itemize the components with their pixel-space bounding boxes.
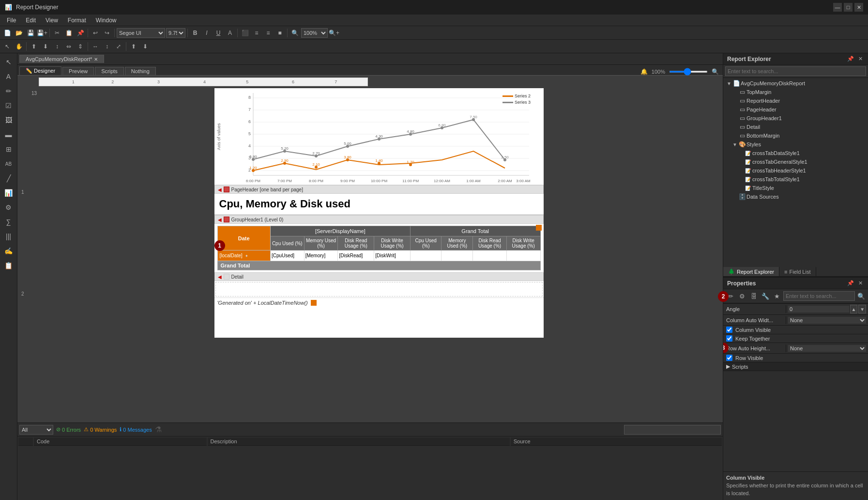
tree-item-styles[interactable]: ▼ 🎨 Styles [730,140,867,149]
designer-tab[interactable]: ✏️ Designer [19,66,61,75]
props-gear-btn[interactable]: ⚙ [737,291,747,301]
font-select[interactable]: Segoe UI [117,28,165,38]
minimize-btn[interactable]: — [833,3,842,12]
font-size-select[interactable]: 9.75 [166,28,185,38]
align-left-btn[interactable]: ⬛ [240,28,250,38]
canvas-scroll[interactable]: 1 2 3 4 5 6 7 [17,76,723,422]
tree-root[interactable]: ▼ 📄 AvgCpuMemoryDiskReport [724,79,867,88]
chart-tool[interactable]: 📊 [2,186,15,200]
save-all-btn[interactable]: 💾+ [37,28,47,38]
field-list-tab[interactable]: ≡ Field List [779,267,816,276]
props-close-btn[interactable]: ✕ [856,280,864,287]
label-tool[interactable]: A [2,70,15,83]
tree-item-datasources[interactable]: 🗄️ Data Sources [730,192,867,201]
nothing-tab[interactable]: Nothing [125,67,156,75]
tree-item-detail[interactable]: ▭ Detail [730,123,867,131]
props-select-rowauto[interactable]: None [788,345,866,352]
line-tool[interactable]: ╱ [2,172,15,185]
sign-tool[interactable]: ✍ [2,244,15,258]
props-select-colwidth[interactable]: None [788,317,866,324]
zip-tool[interactable]: 📋 [2,259,15,272]
color-btn[interactable]: A [225,28,235,38]
hand-btn[interactable]: ✋ [14,41,24,52]
close-btn[interactable]: ✕ [854,3,863,12]
size-w-btn[interactable]: ↔ [90,41,101,52]
props-angle-up[interactable]: ▲ [850,305,858,313]
undo-btn[interactable]: ↩ [90,28,101,38]
zoom-select[interactable]: 100% [301,28,328,38]
size-h-btn[interactable]: ↕ [102,41,112,52]
tree-item-titlestyle[interactable]: 📝 TitleStyle [736,184,867,192]
props-section-scripts[interactable]: ▶ Scripts [723,362,868,371]
menu-view[interactable]: View [41,16,63,25]
explorer-search-input[interactable] [725,66,866,76]
zoom-out-btn[interactable]: 🔍 [289,28,300,38]
align-right-btn[interactable]: ≡ [263,28,274,38]
align-mid-btn[interactable]: ↕ [52,41,62,52]
report-explorer-tab[interactable]: 🌲 Report Explorer [723,267,779,276]
props-search-btn[interactable]: 🔍 [856,291,867,301]
distr-v-btn[interactable]: ⇕ [75,41,86,52]
tree-item-groupheader[interactable]: ▭ GroupHeader1 [730,114,867,123]
tree-item-crosstabdata[interactable]: 📝 crossTabDataStyle1 [736,149,867,157]
select-btn[interactable]: ↖ [2,41,13,52]
new-btn[interactable]: 📄 [2,28,13,38]
pointer-tool[interactable]: ↖ [2,55,15,69]
analyzer-search-input[interactable] [624,425,721,435]
tree-item-bottommargin[interactable]: ▭ BottomMargin [730,131,867,140]
copy-btn[interactable]: 📋 [63,28,74,38]
image-tool[interactable]: 🖼 [2,113,15,127]
tree-item-crosstabgeneral[interactable]: 📝 crossTabGeneralStyle1 [736,157,867,166]
zoom-slider[interactable] [669,71,708,73]
edit-tool[interactable]: ✏ [2,84,15,98]
map-tool[interactable]: ∑ [2,215,15,229]
report-tab[interactable]: AvgCpuMemoryDiskReport* ✕ [19,55,104,63]
props-star-btn[interactable]: ★ [772,291,782,301]
align-bottom-btn[interactable]: ⬇ [40,41,51,52]
order-back-btn[interactable]: ⬇ [140,41,151,52]
cut-btn[interactable]: ✂ [52,28,62,38]
props-check-keeptogether[interactable] [726,335,732,342]
underline-btn[interactable]: U [213,28,224,38]
props-pin-btn[interactable]: 📌 [847,280,854,287]
open-btn[interactable]: 📂 [14,28,24,38]
menu-format[interactable]: Format [63,16,91,25]
align-top-btn[interactable]: ⬆ [29,41,39,52]
explorer-pin-btn[interactable]: 📌 [847,55,854,63]
order-front-btn[interactable]: ⬆ [128,41,139,52]
distr-h-btn[interactable]: ⇔ [63,41,74,52]
shape-tool[interactable]: ▬ [2,128,15,141]
tree-item-topmargin[interactable]: ▭ TopMargin [730,88,867,96]
maximize-btn[interactable]: □ [844,3,853,12]
align-center-btn[interactable]: ≡ [251,28,262,38]
crosstab-handle[interactable] [536,225,542,231]
preview-tab[interactable]: Preview [62,67,94,75]
filter-btn[interactable]: ⚗ [155,425,162,434]
menu-edit[interactable]: Edit [21,16,41,25]
props-input-angle[interactable] [788,306,849,312]
props-search-input[interactable] [783,291,855,301]
bold-btn[interactable]: B [190,28,200,38]
italic-btn[interactable]: I [201,28,212,38]
check-tool[interactable]: ☑ [2,99,15,112]
gauge-tool[interactable]: ⚙ [2,201,15,214]
props-check-rowvisible[interactable] [726,355,732,361]
props-angle-down[interactable]: ▼ [858,305,866,313]
zoom-in-btn[interactable]: 🔍+ [329,28,339,38]
barcode-tool[interactable]: ||| [2,230,15,243]
menu-file[interactable]: File [2,16,21,25]
menu-window[interactable]: Window [91,16,122,25]
props-wrench-btn[interactable]: 🔧 [760,291,771,301]
scripts-tab[interactable]: Scripts [95,67,124,75]
size-both-btn[interactable]: ⤢ [113,41,124,52]
text-tool[interactable]: AB [2,157,15,171]
tree-item-crossstabtotal[interactable]: 📝 crossTabTotalStyle1 [736,175,867,184]
analyzer-filter[interactable]: All [19,425,53,435]
redo-btn[interactable]: ↪ [102,28,112,38]
table-tool[interactable]: ⊞ [2,142,15,156]
tree-item-crosstabheader[interactable]: 📝 crossTabHeaderStyle1 [736,166,867,175]
props-check-colvisible[interactable] [726,327,732,333]
tree-item-reportheader[interactable]: ▭ ReportHeader [730,96,867,105]
fill-btn[interactable]: ■ [274,28,285,38]
explorer-close-btn[interactable]: ✕ [856,55,864,63]
